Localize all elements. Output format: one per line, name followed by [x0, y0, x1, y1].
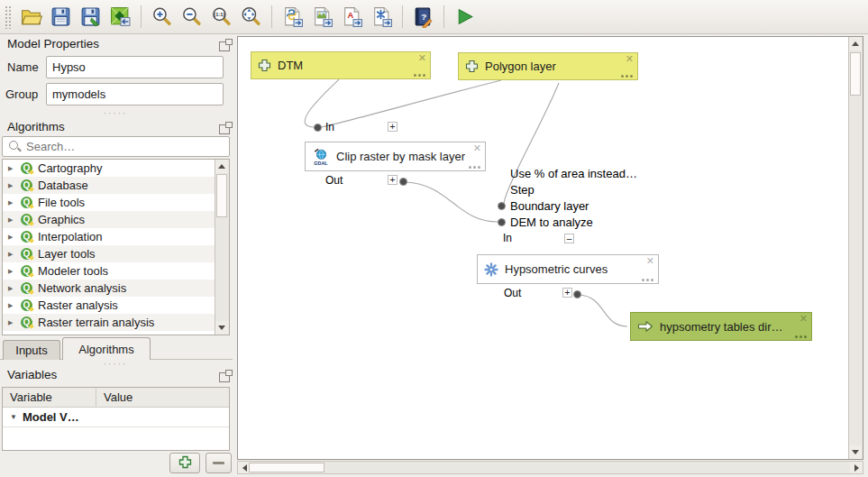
dem-to-analyze-socket[interactable] — [498, 218, 506, 226]
tree-item-layer-tools[interactable]: QLayer tools — [3, 245, 221, 262]
export-as-image-button[interactable] — [308, 3, 336, 31]
tree-item-label: Graphics — [38, 213, 85, 226]
tree-item-graphics[interactable]: QGraphics — [3, 211, 221, 228]
hypso-in-collapse-box[interactable]: – — [564, 234, 574, 243]
toolbar-drag-handle[interactable] — [5, 5, 12, 29]
scroll-up-icon[interactable] — [849, 37, 862, 50]
float-panel-icon[interactable] — [219, 41, 230, 51]
expand-arrow-icon[interactable] — [8, 319, 15, 326]
hypso-out-socket[interactable] — [573, 290, 581, 298]
node-clip-raster[interactable]: GDAL Clip raster by mask layer — [305, 142, 486, 171]
variables-group-row[interactable]: Model V… — [3, 408, 229, 427]
open-model-button[interactable] — [17, 3, 45, 31]
canvas-vertical-scrollbar[interactable] — [848, 37, 863, 459]
boundary-layer-socket[interactable] — [498, 202, 506, 210]
image-export-icon — [311, 5, 333, 28]
tree-item-raster-terrain-analysis[interactable]: QRaster terrain analysis — [3, 314, 221, 331]
expand-arrow-icon[interactable] — [8, 285, 15, 291]
add-variable-button[interactable] — [169, 453, 200, 473]
tree-item-interpolation[interactable]: QInterpolation — [3, 228, 221, 245]
scroll-right-icon[interactable] — [850, 462, 863, 473]
panel-splitter-handle[interactable]: ····· — [97, 111, 133, 116]
column-value[interactable]: Value — [96, 388, 132, 407]
model-name-input[interactable] — [46, 56, 224, 78]
toolbar-separator — [443, 5, 444, 28]
panel-splitter-handle[interactable]: ····· — [97, 362, 133, 367]
node-dtm[interactable]: DTM — [251, 51, 431, 79]
ellipsis-icon[interactable] — [621, 75, 633, 78]
algorithms-tree: QCartography QDatabase QFile tools QGrap… — [2, 159, 230, 335]
tree-item-label: Network analysis — [38, 281, 126, 295]
save-model-button[interactable] — [47, 3, 75, 31]
tree-item-label: Raster analysis — [38, 298, 118, 312]
save-model-as-button[interactable] — [77, 3, 105, 31]
expand-arrow-icon[interactable] — [8, 268, 15, 274]
tree-item-database[interactable]: QDatabase — [3, 177, 221, 194]
float-panel-icon[interactable] — [219, 124, 230, 134]
float-panel-icon[interactable] — [219, 372, 230, 382]
collapse-arrow-icon[interactable] — [10, 413, 17, 421]
close-icon[interactable] — [418, 52, 426, 64]
expand-arrow-icon[interactable] — [8, 302, 15, 308]
export-as-python-button[interactable] — [279, 3, 306, 31]
tab-algorithms[interactable]: Algorithms — [62, 337, 151, 360]
model-group-input[interactable] — [46, 83, 224, 105]
hypso-out-expand-box[interactable]: + — [562, 288, 572, 298]
node-polygon-layer[interactable]: Polygon layer — [458, 52, 638, 80]
expand-arrow-icon[interactable] — [8, 182, 15, 188]
clip-in-expand-box[interactable]: + — [388, 122, 397, 132]
expand-arrow-icon[interactable] — [8, 199, 15, 206]
export-as-svg-button[interactable] — [368, 3, 396, 31]
tree-item-network-analysis[interactable]: QNetwork analysis — [3, 280, 221, 297]
run-model-button[interactable] — [451, 3, 479, 31]
close-icon[interactable] — [473, 142, 481, 154]
ellipsis-icon[interactable] — [469, 166, 480, 169]
zoom-full-button[interactable] — [237, 3, 265, 31]
expand-arrow-icon[interactable] — [8, 216, 15, 223]
scrollbar-thumb[interactable] — [216, 174, 227, 217]
scroll-down-icon[interactable] — [215, 321, 228, 335]
help-button[interactable]: ? — [409, 3, 437, 31]
column-variable[interactable]: Variable — [3, 388, 96, 407]
scrollbar-thumb[interactable] — [850, 52, 861, 96]
qgis-provider-icon: Q — [21, 231, 32, 243]
ellipsis-icon[interactable] — [414, 74, 425, 77]
close-icon[interactable] — [626, 53, 634, 65]
qgis-provider-icon: Q — [21, 299, 32, 311]
close-icon[interactable] — [799, 313, 808, 325]
node-hypsometric-curves[interactable]: Hypsometric curves — [477, 254, 659, 284]
remove-variable-button[interactable] — [206, 453, 232, 473]
tree-item-file-tools[interactable]: QFile tools — [3, 194, 221, 211]
scrollbar-thumb[interactable] — [249, 463, 324, 472]
scroll-up-icon[interactable] — [215, 160, 228, 173]
scroll-down-icon[interactable] — [849, 445, 862, 459]
tree-item-raster-analysis[interactable]: QRaster analysis — [3, 297, 221, 314]
expand-arrow-icon[interactable] — [8, 165, 15, 171]
expand-arrow-icon[interactable] — [8, 251, 15, 257]
output-arrow-icon — [637, 320, 653, 333]
save-as-icon — [79, 5, 102, 28]
clip-out-expand-box[interactable]: + — [388, 175, 397, 185]
tree-scrollbar[interactable] — [215, 160, 229, 335]
expand-arrow-icon[interactable] — [8, 234, 15, 240]
model-canvas[interactable]: DTM Polygon layer In + GDAL Clip raster … — [237, 36, 863, 460]
param-use-percent-label: Use % of area instead… — [510, 167, 637, 180]
tree-item-modeler-tools[interactable]: QModeler tools — [3, 262, 221, 280]
variables-group-label: Model V… — [23, 410, 79, 424]
save-model-in-project-button[interactable] — [106, 3, 134, 31]
search-input[interactable] — [2, 136, 230, 157]
close-icon[interactable] — [646, 255, 654, 267]
canvas-horizontal-scrollbar[interactable] — [237, 461, 863, 474]
clip-in-socket[interactable] — [314, 124, 322, 132]
tree-item-cartography[interactable]: QCartography — [3, 160, 221, 177]
zoom-in-button[interactable] — [148, 3, 176, 31]
export-as-pdf-button[interactable]: A — [338, 3, 366, 31]
zoom-actual-size-button[interactable]: (1:1) — [207, 3, 235, 31]
ellipsis-icon[interactable] — [795, 335, 807, 338]
zoom-out-button[interactable] — [178, 3, 206, 31]
clip-out-socket[interactable] — [399, 178, 407, 186]
plus-icon — [178, 455, 192, 472]
node-hypsometry-output[interactable]: hypsometry tables dir… — [630, 312, 812, 341]
tab-inputs[interactable]: Inputs — [3, 340, 60, 360]
ellipsis-icon[interactable] — [642, 279, 653, 281]
